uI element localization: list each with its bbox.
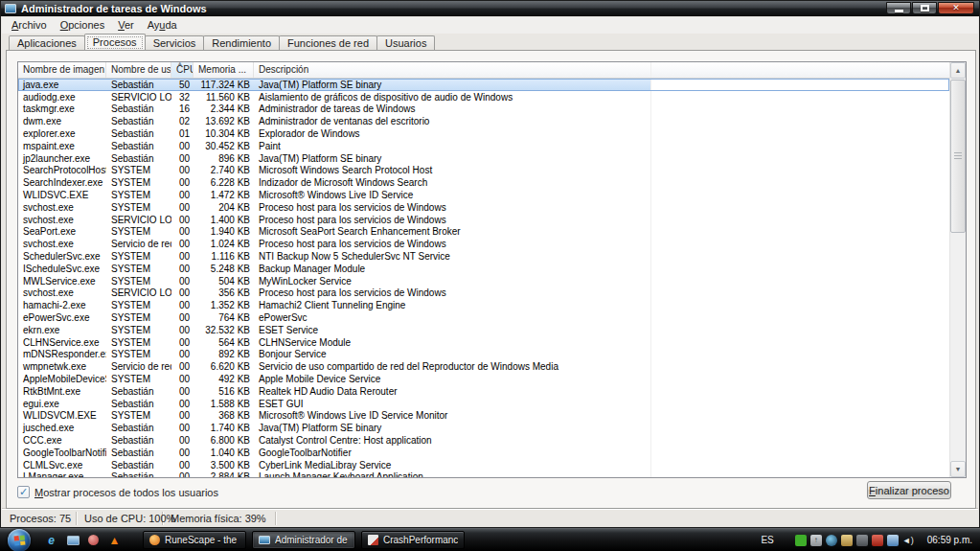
maximize-button[interactable] xyxy=(912,2,937,14)
process-row-lmanager-exe[interactable]: LManager.exeSebastián002.884 KBLaunch Ma… xyxy=(18,471,949,478)
taskbar-button-runescape-the-ma[interactable]: RuneScape - the ma... xyxy=(143,531,246,549)
cell-user: SYSTEM xyxy=(106,275,171,287)
vlc-icon[interactable]: ▲ xyxy=(107,533,122,547)
process-row-ccc-exe[interactable]: CCC.exeSebastián006.800 KBCatalyst Contr… xyxy=(18,434,949,447)
cell-desc: Indizador de Microsoft Windows Search xyxy=(254,176,651,189)
taskbar: e▲ RuneScape - the ma...Administrador de… xyxy=(0,528,980,551)
taskbar-button-administrador-de-ta[interactable]: Administrador de ta... xyxy=(252,531,355,549)
process-row-searchindexer-exe[interactable]: SearchIndexer.exeSYSTEM006.228 KBIndizad… xyxy=(18,176,949,189)
tab-servicios[interactable]: Servicios xyxy=(145,35,205,50)
process-row-rtkbtmnt-exe[interactable]: RtkBtMnt.exeSebastián00516 KBRealtek HD … xyxy=(18,385,949,398)
process-row-taskmgr-exe[interactable]: taskmgr.exeSebastián162.344 KBAdministra… xyxy=(18,103,949,116)
process-row-searchprotocolhost[interactable]: SearchProtocolHost...SYSTEM002.740 KBMic… xyxy=(18,165,949,177)
process-row-java-exe[interactable]: java.exeSebastián50117.324 KBJava(TM) Pl… xyxy=(18,79,949,91)
column-header-memoria[interactable]: Memoria ... xyxy=(194,62,254,78)
cell-name: svchost.exe xyxy=(18,214,106,226)
cell-desc: Microsoft® Windows Live ID Service Monit… xyxy=(254,410,651,423)
scrollbar-thumb[interactable] xyxy=(950,80,966,233)
process-row-hamachi-2-exe[interactable]: hamachi-2.exeSYSTEM001.352 KBHamachi2 Cl… xyxy=(18,299,949,311)
green-status-icon[interactable] xyxy=(795,535,807,546)
process-row-wmpnetwk-exe[interactable]: wmpnetwk.exeServicio de red006.620 KBSer… xyxy=(18,360,949,373)
show-all-processes-checkbox[interactable]: ✓ Mostrar procesos de todos los usuarios xyxy=(17,486,218,498)
column-header-nombre-de-us[interactable]: Nombre de us... xyxy=(106,62,171,78)
cell-mem: 6.228 KB xyxy=(194,176,254,189)
cell-mem: 2.884 KB xyxy=(194,471,254,478)
process-row-ischedulesvc-exe[interactable]: IScheduleSvc.exeSYSTEM005.248 KBBackup M… xyxy=(18,263,949,275)
cell-desc: ESET GUI xyxy=(254,398,651,410)
start-button[interactable] xyxy=(8,529,31,551)
process-row-seaport-exe[interactable]: SeaPort.exeSYSTEM001.940 KBMicrosoft Sea… xyxy=(18,226,949,239)
scroll-down-icon[interactable]: ▼ xyxy=(950,461,966,477)
backup-tray-icon[interactable]: ↑ xyxy=(810,535,822,546)
end-process-button[interactable]: Finalizar proceso xyxy=(867,481,951,499)
process-row-applemobiledevices[interactable]: AppleMobileDeviceS...SYSTEM00492 KBApple… xyxy=(18,373,949,385)
cell-desc: Explorador de Windows xyxy=(254,127,651,140)
red-alert-icon[interactable] xyxy=(872,535,883,546)
runescape-icon xyxy=(149,535,160,545)
process-row-svchost-exe[interactable]: svchost.exeServicio de red001.024 KBProc… xyxy=(18,238,949,250)
clock[interactable]: 06:59 p.m. xyxy=(927,535,972,545)
process-row-ekrn-exe[interactable]: ekrn.exeSYSTEM0032.532 KBESET Service xyxy=(18,324,949,336)
minimize-button[interactable] xyxy=(886,2,911,14)
process-row-wlidsvcm-exe[interactable]: WLIDSVCM.EXESYSTEM00368 KBMicrosoft® Win… xyxy=(18,410,949,423)
column-header-descripci-n[interactable]: Descripción xyxy=(254,62,651,78)
cell-cpu: 00 xyxy=(171,140,194,152)
cell-desc: GoogleToolbarNotifier xyxy=(254,447,651,459)
cell-mem: 2.344 KB xyxy=(194,103,254,116)
cell-user: SYSTEM xyxy=(106,226,171,239)
scroll-up-icon[interactable]: ▲ xyxy=(950,62,966,79)
cell-desc: Proceso host para los servicios de Windo… xyxy=(254,201,651,214)
process-row-egui-exe[interactable]: egui.exeSebastián001.588 KBESET GUI xyxy=(18,398,949,410)
process-row-audiodg-exe[interactable]: audiodg.exeSERVICIO LO...3211.560 KBAisl… xyxy=(18,91,949,103)
network-icon[interactable] xyxy=(887,535,899,546)
process-row-mdnsresponder-exe[interactable]: mDNSResponder.exeSYSTEM00892 KBBonjour S… xyxy=(18,349,949,361)
menu-ver[interactable]: Ver xyxy=(111,18,141,32)
tab-aplicaciones[interactable]: Aplicaciones xyxy=(9,35,85,50)
process-row-svchost-exe[interactable]: svchost.exeSERVICIO LO...001.400 KBProce… xyxy=(18,214,949,226)
eset-tray-icon[interactable] xyxy=(826,535,837,546)
cell-cpu: 00 xyxy=(171,287,194,300)
process-row-explorer-exe[interactable]: explorer.exeSebastián0110.304 KBExplorad… xyxy=(18,127,949,140)
taskbar-button-crashperformance[interactable]: CrashPerformance -... xyxy=(361,531,465,549)
process-row-epowersvc-exe[interactable]: ePowerSvc.exeSYSTEM00764 KBePowerSvc xyxy=(18,311,949,324)
close-button[interactable]: ✕ xyxy=(938,2,974,14)
process-row-googletoolbarnotifi[interactable]: GoogleToolbarNotifi...Sebastián001.040 K… xyxy=(18,447,949,459)
process-row-clhnservice-exe[interactable]: CLHNService.exeSYSTEM00564 KBCLHNService… xyxy=(18,336,949,349)
cell-mem: 1.588 KB xyxy=(194,398,254,410)
cell-name: ekrn.exe xyxy=(18,324,106,336)
process-row-svchost-exe[interactable]: svchost.exeSERVICIO LO...00356 KBProceso… xyxy=(18,287,949,300)
volume-icon[interactable]: ◄) xyxy=(902,535,914,546)
tab-rendimiento[interactable]: Rendimiento xyxy=(203,35,280,50)
process-row-mspaint-exe[interactable]: mspaint.exeSebastián0030.452 KBPaint xyxy=(18,140,949,152)
process-row-dwm-exe[interactable]: dwm.exeSebastián0213.692 KBAdministrador… xyxy=(18,115,949,127)
cell-cpu: 00 xyxy=(171,152,194,165)
key-tray-icon[interactable] xyxy=(841,535,853,546)
cell-mem: 2.740 KB xyxy=(194,165,254,177)
show-desktop-icon[interactable] xyxy=(67,536,80,545)
column-header-cpu[interactable]: CPU▴ xyxy=(171,62,194,78)
process-row-clmlsvc-exe[interactable]: CLMLSvc.exeSebastián003.500 KBCyberLink … xyxy=(18,459,949,471)
cell-mem: 492 KB xyxy=(194,373,254,385)
internet-explorer-icon[interactable]: e xyxy=(44,533,58,547)
language-indicator[interactable]: ES xyxy=(761,535,773,545)
menu-archivo[interactable]: Archivo xyxy=(5,18,54,32)
tab-usuarios[interactable]: Usuarios xyxy=(376,35,435,50)
process-row-svchost-exe[interactable]: svchost.exeSYSTEM00204 KBProceso host pa… xyxy=(18,201,949,214)
process-row-jusched-exe[interactable]: jusched.exeSebastián001.740 KBJava(TM) P… xyxy=(18,422,949,434)
crashperformance-icon xyxy=(368,535,378,545)
vertical-scrollbar[interactable]: ▲ ▼ xyxy=(949,62,966,477)
tab-funciones-de-red[interactable]: Funciones de red xyxy=(279,35,377,50)
display-tray-icon[interactable] xyxy=(856,535,868,546)
menu-opciones[interactable]: Opciones xyxy=(54,18,111,32)
process-row-mwlservice-exe[interactable]: MWLService.exeSYSTEM00504 KBMyWinLocker … xyxy=(18,275,949,287)
tab-procesos[interactable]: Procesos xyxy=(84,34,146,50)
menu-ayuda[interactable]: Ayuda xyxy=(141,18,184,32)
cell-desc: Paint xyxy=(254,140,651,152)
process-row-schedulersvc-exe[interactable]: SchedulerSvc.exeSYSTEM001.116 KBNTI Back… xyxy=(18,250,949,263)
cell-cpu: 00 xyxy=(171,398,194,410)
media-player-icon[interactable] xyxy=(88,535,99,545)
process-row-jp2launcher-exe[interactable]: jp2launcher.exeSebastián00896 KBJava(TM)… xyxy=(18,152,949,165)
titlebar[interactable]: Administrador de tareas de Windows ✕ xyxy=(1,1,979,16)
column-header-nombre-de-imagen[interactable]: Nombre de imagen xyxy=(18,62,106,78)
process-row-wlidsvc-exe[interactable]: WLIDSVC.EXESYSTEM001.472 KBMicrosoft® Wi… xyxy=(18,189,949,201)
